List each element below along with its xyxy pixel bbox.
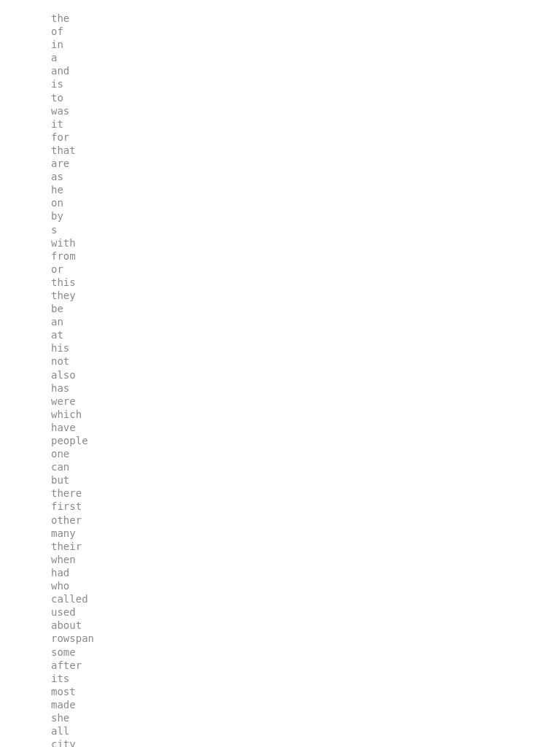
list-item: it [51,117,560,131]
list-item: from [51,249,560,263]
list-item: have [51,421,560,434]
list-item: s [51,223,560,236]
list-item: rowspan [51,632,560,645]
list-item: but [51,473,560,487]
list-item: on [51,196,560,209]
list-item: are [51,157,560,170]
list-item: also [51,368,560,382]
word-list: theofinaandistowasitforthatareasheonbysw… [51,12,560,747]
list-item: at [51,328,560,341]
list-item: they [51,289,560,302]
list-item: people [51,434,560,447]
list-item: some [51,646,560,659]
list-item: this [51,276,560,289]
list-item: all [51,724,560,738]
list-item: there [51,487,560,500]
list-item: who [51,579,560,592]
list-item: first [51,500,560,513]
list-item: the [51,12,560,25]
list-item: after [51,659,560,672]
list-item: was [51,104,560,117]
list-item: he [51,183,560,196]
list-item: by [51,209,560,222]
list-item: she [51,711,560,724]
list-item: is [51,77,560,90]
list-item: were [51,395,560,408]
list-item: most [51,685,560,698]
list-item: of [51,25,560,38]
list-item: be [51,302,560,315]
list-item: in [51,38,560,51]
list-item: called [51,592,560,605]
list-item: its [51,672,560,685]
list-item: had [51,566,560,579]
list-item: made [51,698,560,711]
list-item: his [51,341,560,355]
list-item: can [51,460,560,473]
list-item: their [51,540,560,553]
list-item: city [51,738,560,747]
list-item: as [51,170,560,183]
list-item: to [51,91,560,104]
list-item: a [51,51,560,64]
list-item: an [51,315,560,328]
list-item: one [51,447,560,460]
list-item: many [51,527,560,540]
list-item: has [51,382,560,395]
list-item: not [51,355,560,368]
list-item: and [51,64,560,77]
list-item: about [51,619,560,632]
list-item: or [51,263,560,276]
list-item: other [51,514,560,527]
list-item: used [51,605,560,619]
list-item: when [51,553,560,566]
list-item: that [51,144,560,157]
list-item: with [51,236,560,249]
list-item: which [51,408,560,421]
list-item: for [51,131,560,144]
